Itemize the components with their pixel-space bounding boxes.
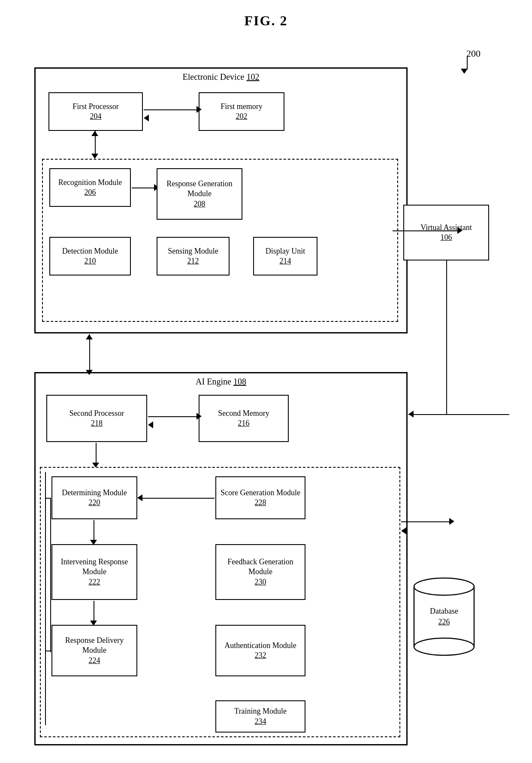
display-unit-box: Display Unit 214 [253,237,317,276]
database-cylinder: Database 226 [410,574,478,660]
page-title: FIG. 2 [0,0,532,46]
training-module-box: Training Module 234 [215,700,305,733]
svg-point-1 [414,578,474,595]
response-delivery-box: Response Delivery Module 224 [51,625,137,676]
electronic-device-label: Electronic Device 102 [36,72,406,82]
intervening-response-box: Intervening Response Module 222 [51,544,137,600]
ai-dashed-inner-box: Determining Module 220 Score Generation … [40,467,400,737]
electronic-device-box: Electronic Device 102 First Processor 20… [34,67,408,333]
feedback-generation-box: Feedback Generation Module 230 [215,544,305,600]
ref-200: 200 [466,48,481,59]
svg-point-2 [414,638,474,655]
first-processor-box: First Processor 204 [48,92,143,131]
recognition-module-box: Recognition Module 206 [49,168,131,207]
determining-module-box: Determining Module 220 [51,476,137,519]
detection-module-box: Detection Module 210 [49,237,131,276]
ai-engine-label: AI Engine 108 [36,377,406,387]
second-processor-box: Second Processor 218 [46,395,147,442]
sensing-module-box: Sensing Module 212 [157,237,230,276]
virtual-assistant-box: Virtual Assistant 106 [403,205,489,260]
second-memory-box: Second Memory 216 [199,395,289,442]
response-generation-box: Response Generation Module 208 [157,168,242,220]
dashed-inner-box: Recognition Module 206 Response Generati… [42,159,398,322]
diagram-container: 200 Electronic Device 102 First Processo… [30,46,502,754]
score-generation-box: Score Generation Module 228 [215,476,305,519]
first-memory-box: First memory 202 [199,92,284,131]
authentication-module-box: Authentication Module 232 [215,625,305,676]
ai-engine-box: AI Engine 108 Second Processor 218 Secon… [34,372,408,745]
